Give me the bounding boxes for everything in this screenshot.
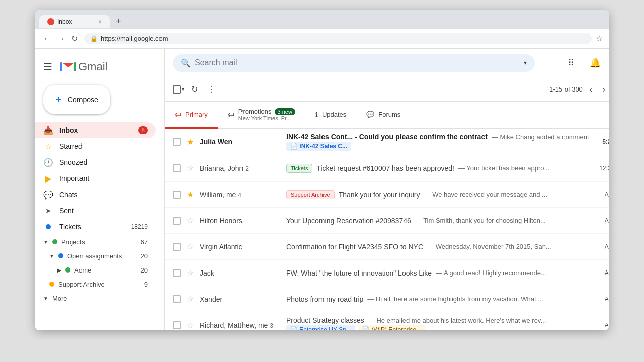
email-preview: — He emailed me about his latest work. H… <box>368 317 546 324</box>
forums-tab-label: Forums <box>378 111 400 118</box>
search-icon: 🔍 <box>181 58 191 68</box>
promotions-tab-sub: New York Times, Pr... <box>238 115 295 121</box>
email-row[interactable]: ★ William, me 4 Support Archive Thank yo… <box>165 182 609 208</box>
email-row[interactable]: ★ Julia Wen INK-42 Sales Cont... - Could… <box>165 129 609 155</box>
select-all-container[interactable]: ▾ <box>173 85 184 94</box>
sidebar-item-sent[interactable]: ➤ Sent <box>35 203 156 219</box>
acme-count: 20 <box>141 266 148 274</box>
bookmark-icon: ☆ <box>596 34 603 43</box>
sidebar-item-more[interactable]: ▼ More <box>35 291 156 305</box>
support-archive-dot <box>49 282 54 287</box>
email-content: Confirmation for Flight VA2345 SFO to NY… <box>286 243 589 251</box>
row-checkbox[interactable] <box>173 295 181 303</box>
email-list: ★ Julia Wen INK-42 Sales Cont... - Could… <box>165 129 609 330</box>
star-button[interactable]: ☆ <box>187 242 194 251</box>
row-checkbox[interactable] <box>173 217 181 225</box>
sent-label: Sent <box>59 207 148 215</box>
star-button[interactable]: ☆ <box>187 268 194 278</box>
compose-plus-icon: + <box>55 93 62 106</box>
sidebar-item-projects[interactable]: ▼ Projects 67 <box>35 235 156 249</box>
label-tag: Support Archive <box>286 190 335 199</box>
sidebar-item-open-assignments[interactable]: ▼ Open assignments 20 <box>35 249 156 263</box>
row-checkbox[interactable] <box>173 164 181 172</box>
tab-label: Inbox <box>57 18 72 25</box>
star-button[interactable]: ☆ <box>187 294 194 304</box>
email-content: Product Strategy classes — He emailed me… <box>286 316 589 324</box>
email-row[interactable]: ☆ Virgin Atlantic Confirmation for Fligh… <box>165 234 609 260</box>
next-page-button[interactable]: › <box>599 82 608 97</box>
email-row[interactable]: ☆ Richard, Matthew, me 3 Product Strateg… <box>165 312 609 330</box>
email-time: April 17 <box>595 191 609 198</box>
refresh-button[interactable]: ↻ <box>69 32 80 45</box>
tab-favicon <box>47 18 54 25</box>
apps-button[interactable]: ⠿ <box>561 53 581 73</box>
tab-primary[interactable]: 🏷 Primary <box>165 102 218 129</box>
tab-promotions[interactable]: 🏷 Promotions 3 new New York Times, Pr... <box>218 102 305 129</box>
sidebar-item-chats[interactable]: 💬 Chats <box>35 187 156 203</box>
snoozed-icon: 🕐 <box>43 158 53 167</box>
star-button[interactable]: ★ <box>187 137 194 147</box>
row-checkbox[interactable] <box>173 269 181 277</box>
search-input[interactable] <box>195 58 520 67</box>
browser-tab[interactable]: Inbox × <box>39 15 110 28</box>
close-tab-button[interactable]: × <box>98 18 102 25</box>
email-content: Your Upcoming Reservation #20983746 — Ti… <box>286 217 589 225</box>
email-time: April 17 <box>595 269 609 277</box>
email-subject: INK-42 Sales Cont... - Could you please … <box>286 133 488 141</box>
sidebar-item-inbox[interactable]: 📥 Inbox 8 <box>35 122 156 138</box>
row-checkbox[interactable] <box>173 138 181 146</box>
row-checkbox[interactable] <box>173 321 181 329</box>
compose-button[interactable]: + Compose <box>43 85 110 114</box>
acme-dot <box>65 267 70 273</box>
sidebar-item-support-archive[interactable]: Support Archive 9 <box>35 277 156 291</box>
star-button[interactable]: ★ <box>187 190 194 199</box>
notifications-button[interactable]: 🔔 <box>585 53 605 73</box>
more-options-button[interactable]: ⋮ <box>205 81 219 97</box>
email-row[interactable]: ☆ Brianna, John 2 Tickets Ticket request… <box>165 155 609 182</box>
promotions-tab-label: Promotions <box>238 108 272 115</box>
acme-chevron-icon: ▶ <box>57 267 61 273</box>
chats-icon: 💬 <box>43 190 53 200</box>
sidebar-item-acme[interactable]: ▶ Acme 20 <box>35 263 156 277</box>
new-tab-button[interactable]: + <box>112 14 125 29</box>
row-checkbox[interactable] <box>173 191 181 199</box>
chip2: 📄 (WIP) Enterprise... <box>358 325 425 330</box>
label-tag: Tickets <box>286 164 312 173</box>
email-preview: — Your ticket has been appro... <box>458 164 549 172</box>
row-checkbox[interactable] <box>173 243 181 251</box>
refresh-button[interactable]: ↻ <box>188 81 201 97</box>
tab-updates[interactable]: ℹ Updates <box>305 102 356 129</box>
acme-label: Acme <box>74 266 91 274</box>
prev-page-button[interactable]: ‹ <box>587 82 595 97</box>
support-archive-count: 9 <box>144 281 148 288</box>
more-label: More <box>52 295 67 302</box>
email-row[interactable]: ☆ Hilton Honors Your Upcoming Reservatio… <box>165 208 609 234</box>
sidebar-item-snoozed[interactable]: 🕐 Snoozed <box>35 154 156 170</box>
email-row[interactable]: ☆ Jack FW: What "the future of innovatio… <box>165 260 609 286</box>
tab-forums[interactable]: 💬 Forums <box>356 102 411 129</box>
email-subject: Ticket request #610007 has been approved… <box>316 164 454 172</box>
search-bar[interactable]: 🔍 ▾ <box>173 54 535 72</box>
star-button[interactable]: ☆ <box>187 163 194 173</box>
star-button[interactable]: ☆ <box>187 216 194 225</box>
starred-label: Starred <box>59 142 148 150</box>
tickets-count: 18219 <box>131 223 148 230</box>
sidebar-item-important[interactable]: ▶ Important <box>35 170 156 187</box>
select-chevron-icon[interactable]: ▾ <box>182 86 184 92</box>
email-row[interactable]: ☆ Xander Photos from my road trip — Hi a… <box>165 286 609 312</box>
sidebar-item-starred[interactable]: ☆ Starred <box>35 138 156 154</box>
star-button[interactable]: ☆ <box>187 321 194 330</box>
email-sender: Virgin Atlantic <box>200 243 280 251</box>
chip1: 📄 INK-42 Sales C... <box>286 142 351 151</box>
hamburger-menu-button[interactable]: ☰ <box>39 57 56 77</box>
email-time: April 17 <box>595 243 609 250</box>
select-all-checkbox[interactable] <box>173 85 181 94</box>
back-button[interactable]: ← <box>41 32 53 45</box>
email-sender: William, me 4 <box>200 191 280 199</box>
sidebar-item-tickets[interactable]: Tickets 18219 <box>35 219 156 235</box>
url-bar[interactable]: 🔒 https://mail.google.com <box>84 33 592 44</box>
email-time: April 16 <box>595 296 609 303</box>
email-sender: Hilton Honors <box>200 217 280 225</box>
forward-button[interactable]: → <box>55 32 67 45</box>
search-chevron-icon: ▾ <box>524 59 527 66</box>
